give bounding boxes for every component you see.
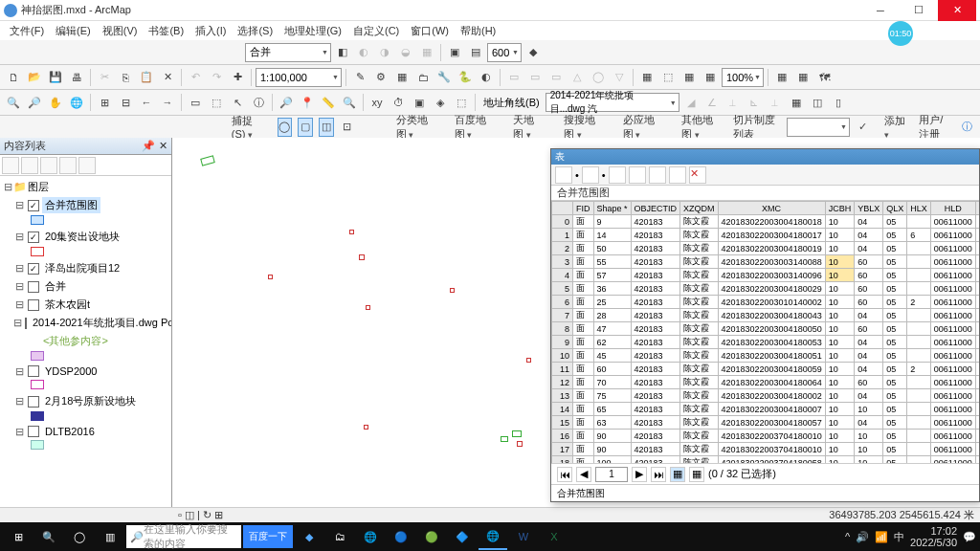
tool-icon[interactable]: ▭ <box>546 68 566 87</box>
tool-icon[interactable]: ◐ <box>354 43 373 62</box>
layer-item[interactable]: 20集资出设地块 <box>42 229 122 245</box>
table-options-icon[interactable] <box>555 166 572 184</box>
layer-item[interactable]: 2014-2021年统批项目.dwg Polygon <box>30 315 171 331</box>
app-icon[interactable]: 🔷 <box>448 523 477 550</box>
pointer-icon[interactable]: ↖ <box>228 93 247 112</box>
print-icon[interactable]: 🖶 <box>67 68 86 87</box>
menu-geoprocessing[interactable]: 地理处理(G) <box>278 22 347 40</box>
tool-icon[interactable]: ▦ <box>679 68 699 87</box>
tool-icon[interactable]: ✓ <box>856 118 871 137</box>
bing-map[interactable]: 必应地图 <box>615 113 668 142</box>
menu-bookmark[interactable]: 书签(B) <box>143 22 189 40</box>
tool-icon[interactable]: ◐ <box>477 68 496 87</box>
ime-icon[interactable]: 中 <box>894 530 904 544</box>
tool-icon[interactable]: ▤ <box>466 43 485 62</box>
feature[interactable] <box>517 441 523 447</box>
feature[interactable] <box>366 305 370 310</box>
other-map[interactable]: 其他地图 <box>674 113 726 142</box>
tool-icon[interactable]: ◒ <box>396 43 415 62</box>
menu-customize[interactable]: 自定义(C) <box>347 22 405 40</box>
tray-icon[interactable]: 🔊 <box>856 531 869 543</box>
layer-combo[interactable]: 合并 <box>245 43 331 62</box>
tool-icon[interactable]: ▦ <box>787 93 806 112</box>
excel-icon[interactable]: X <box>540 523 568 550</box>
redo-icon[interactable]: ↷ <box>207 68 226 87</box>
tile-list[interactable]: 切片制度列表 <box>733 113 781 142</box>
list-by-drawing-icon[interactable] <box>2 157 19 174</box>
search-button[interactable]: 百度一下 <box>243 525 293 548</box>
tool-icon[interactable]: ⬚ <box>452 93 471 112</box>
select-by-attr-icon[interactable] <box>609 166 626 184</box>
feature[interactable] <box>268 275 273 279</box>
info-icon[interactable]: ⓘ <box>959 118 974 137</box>
tool-icon[interactable]: 📍 <box>298 93 317 112</box>
tool-icon[interactable]: △ <box>568 68 587 87</box>
attr-titlebar[interactable]: 表 <box>551 149 979 165</box>
prev-icon[interactable]: ◀ <box>576 467 591 482</box>
snap-icon[interactable]: ▢ <box>298 118 313 137</box>
feature[interactable] <box>526 358 531 363</box>
tool-icon[interactable]: ▭ <box>525 68 545 87</box>
next-icon[interactable]: ▶ <box>632 467 647 482</box>
chrome-icon[interactable]: 🔵 <box>387 523 415 550</box>
tool-icon[interactable]: ▯ <box>829 93 848 112</box>
tool-icon[interactable]: ⏱ <box>389 93 408 112</box>
record-input[interactable] <box>595 467 628 482</box>
save-icon[interactable]: 💾 <box>46 68 65 87</box>
select-icon[interactable]: ▭ <box>186 93 205 112</box>
tool-icon[interactable]: ◢ <box>681 93 701 112</box>
open-icon[interactable]: 📂 <box>25 68 44 87</box>
cut-icon[interactable]: ✂ <box>95 68 114 87</box>
layer-item[interactable]: 2月18号原新设地块 <box>42 393 139 409</box>
tool-icon[interactable]: xy <box>368 93 387 112</box>
soso-map[interactable]: 搜搜地图 <box>556 113 609 142</box>
back-icon[interactable]: ← <box>137 93 156 112</box>
search-icon[interactable]: 🔍 <box>34 523 63 550</box>
layer-item[interactable]: 茶木农园t <box>42 297 93 313</box>
layer-tree[interactable]: ⊟📁图层 ⊟✓合并范围图 ⊟✓20集资出设地块 ⊟✓泽岛出院项目12 ⊟合并 ⊟… <box>0 176 171 507</box>
baidu-map[interactable]: 百度地图 <box>447 113 500 142</box>
cat-map[interactable]: 分类地图 <box>389 113 441 142</box>
copy-icon[interactable]: ⎘ <box>116 68 135 87</box>
add-menu[interactable]: 添加 <box>877 114 914 140</box>
feature[interactable] <box>359 254 365 260</box>
list-by-source-icon[interactable] <box>21 157 38 174</box>
minimize-button[interactable]: ─ <box>861 0 900 21</box>
tool-icon[interactable]: ▣ <box>410 93 429 112</box>
app-icon[interactable]: 🟢 <box>417 523 446 550</box>
menu-select[interactable]: 选择(S) <box>232 22 278 40</box>
tool-icon[interactable]: ◯ <box>589 68 608 87</box>
tool-icon[interactable]: ▣ <box>445 43 464 62</box>
paste-icon[interactable]: 📋 <box>137 68 156 87</box>
pin-icon[interactable]: 📌 <box>142 140 155 152</box>
tool-icon[interactable]: ◑ <box>375 43 394 62</box>
attribute-table-window[interactable]: 表 • • ✕ 合并范围图 FIDShape *OBJECTIDXZQDMXMC… <box>550 148 980 502</box>
list-by-visibility-icon[interactable] <box>40 157 57 174</box>
measure-icon[interactable]: 📏 <box>319 93 338 112</box>
tool-icon[interactable]: 🐍 <box>456 68 475 87</box>
edge-icon[interactable]: 🌐 <box>356 523 385 550</box>
tool-icon[interactable]: ⟂ <box>766 93 785 112</box>
start-button[interactable]: ⊞ <box>4 523 33 550</box>
layer-item[interactable]: 合并 <box>42 278 69 295</box>
clear-select-icon[interactable]: ⬚ <box>207 93 226 112</box>
close-button[interactable]: ✕ <box>938 0 976 21</box>
layer-item[interactable]: 合并范围图 <box>42 197 100 213</box>
tool-icon[interactable]: ▦ <box>772 68 791 87</box>
feature[interactable] <box>512 430 522 437</box>
tool-icon[interactable]: ◧ <box>333 43 352 62</box>
num-combo[interactable]: 600 <box>487 43 522 62</box>
tray-icon[interactable]: 📶 <box>875 531 888 543</box>
pct-combo[interactable]: 100% <box>722 68 764 87</box>
last-icon[interactable]: ⏭ <box>651 467 666 482</box>
related-icon[interactable] <box>582 166 599 184</box>
menu-file[interactable]: 文件(F) <box>4 22 50 40</box>
tool-icon[interactable]: ▽ <box>610 68 629 87</box>
find-icon[interactable]: 🔍 <box>340 93 359 112</box>
tile-combo[interactable] <box>787 118 850 137</box>
arcmap-icon[interactable]: 🌐 <box>479 523 507 550</box>
tool-icon[interactable]: 🔧 <box>434 68 454 87</box>
options-icon[interactable] <box>78 157 96 174</box>
feature[interactable] <box>450 288 455 293</box>
new-icon[interactable]: 🗋 <box>4 68 23 87</box>
